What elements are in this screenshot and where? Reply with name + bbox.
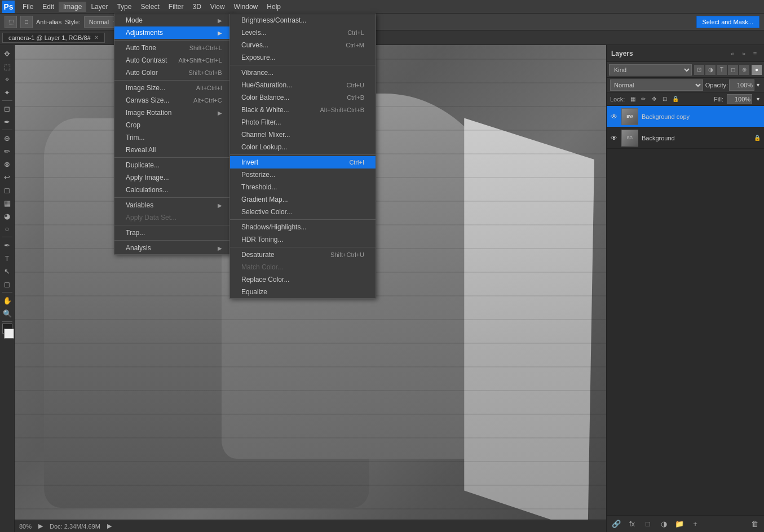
adj-threshold[interactable]: Threshold...	[230, 181, 376, 193]
layer-visibility-toggle[interactable]: 👁	[610, 113, 618, 121]
adj-black-white[interactable]: Black & White... Alt+Shift+Ctrl+B	[230, 104, 376, 116]
adj-posterize[interactable]: Posterize...	[230, 169, 376, 181]
adj-levels[interactable]: Levels... Ctrl+L	[230, 26, 376, 39]
menu-mode[interactable]: Mode ▶	[114, 14, 233, 26]
dodge-tool[interactable]: ○	[1, 223, 14, 235]
adj-desaturate[interactable]: Desaturate Shift+Ctrl+U	[230, 249, 376, 261]
menu-adjustments[interactable]: Adjustments ▶	[114, 26, 233, 39]
blur-tool[interactable]: ◕	[1, 210, 14, 222]
menu-file[interactable]: File	[18, 2, 38, 12]
opacity-arrow[interactable]: ▼	[756, 82, 761, 88]
filter-shape-icon[interactable]: ◻	[728, 65, 738, 75]
new-layer-button[interactable]: +	[689, 518, 701, 530]
menu-layer[interactable]: Layer	[86, 2, 112, 12]
menu-3d[interactable]: 3D	[188, 2, 205, 12]
filter-adj-icon[interactable]: ◑	[705, 65, 716, 75]
menu-variables[interactable]: Variables ▶	[114, 199, 233, 211]
lock-artboard-icon[interactable]: ⊡	[660, 95, 669, 104]
history-tool[interactable]: ↩	[1, 171, 14, 183]
path-select-tool[interactable]: ↖	[1, 265, 14, 277]
lock-image-icon[interactable]: ✏	[639, 95, 648, 104]
brush-tool[interactable]: ✏	[1, 145, 14, 157]
layer-visibility-toggle[interactable]: 👁	[610, 134, 618, 142]
nav-arrow[interactable]: ▶	[107, 522, 112, 530]
filter-toggle[interactable]: ●	[752, 65, 762, 75]
menu-apply-data-set[interactable]: Apply Data Set...	[114, 211, 233, 224]
wand-tool[interactable]: ✦	[1, 86, 14, 99]
eyedropper-tool[interactable]: ✒	[1, 116, 14, 128]
menu-image-size[interactable]: Image Size... Alt+Ctrl+I	[114, 82, 233, 94]
shape-tool[interactable]: ◻	[1, 278, 14, 290]
menu-auto-contrast[interactable]: Auto Contrast Alt+Shift+Ctrl+L	[114, 54, 233, 66]
menu-calculations[interactable]: Calculations...	[114, 184, 233, 196]
menu-image-rotation[interactable]: Image Rotation ▶	[114, 107, 233, 119]
background-color[interactable]	[4, 329, 14, 339]
menu-type[interactable]: Type	[112, 2, 136, 12]
panel-collapse-left[interactable]: «	[728, 49, 737, 58]
crop-tool[interactable]: ⊡	[1, 103, 14, 115]
fill-input[interactable]	[727, 94, 752, 104]
lock-position-icon[interactable]: ✥	[650, 95, 659, 104]
adj-equalize[interactable]: Equalize	[230, 286, 376, 298]
adj-hdr-toning[interactable]: HDR Toning...	[230, 233, 376, 246]
menu-edit[interactable]: Edit	[38, 2, 59, 12]
new-adjustment-button[interactable]: ◑	[657, 518, 670, 530]
menu-trap[interactable]: Trap...	[114, 227, 233, 239]
adj-color-balance[interactable]: Color Balance... Ctrl+B	[230, 91, 376, 104]
adj-gradient-map[interactable]: Gradient Map...	[230, 193, 376, 206]
select-mask-button[interactable]: Select and Mask...	[696, 16, 760, 28]
menu-duplicate[interactable]: Duplicate...	[114, 159, 233, 171]
adj-invert[interactable]: Invert Ctrl+I	[230, 156, 376, 169]
menu-view[interactable]: View	[206, 2, 229, 12]
lasso-tool[interactable]: ⌖	[1, 73, 14, 86]
delete-layer-button[interactable]: 🗑	[748, 518, 761, 530]
adj-brightness-contrast[interactable]: Brightness/Contrast...	[230, 14, 376, 26]
adj-replace-color[interactable]: Replace Color...	[230, 273, 376, 286]
move-tool[interactable]: ✥	[1, 47, 14, 60]
adj-curves[interactable]: Curves... Ctrl+M	[230, 39, 376, 51]
menu-help[interactable]: Help	[262, 2, 285, 12]
pen-tool[interactable]: ✒	[1, 239, 14, 251]
adj-selective-color[interactable]: Selective Color...	[230, 206, 376, 218]
menu-window[interactable]: Window	[229, 2, 263, 12]
lock-transparent-icon[interactable]: ▦	[628, 95, 637, 104]
menu-image[interactable]: Image	[59, 2, 86, 12]
adj-hue-saturation[interactable]: Hue/Saturation... Ctrl+U	[230, 79, 376, 91]
add-mask-button[interactable]: □	[642, 518, 654, 530]
gradient-tool[interactable]: ▦	[1, 197, 14, 209]
layer-filter-select[interactable]: Kind	[609, 64, 692, 76]
lock-all-icon[interactable]: 🔒	[671, 95, 680, 104]
eraser-tool[interactable]: ◻	[1, 184, 14, 196]
zoom-tool[interactable]: 🔍	[1, 307, 14, 320]
adj-exposure[interactable]: Exposure...	[230, 51, 376, 64]
marquee-tool[interactable]: ⬚	[1, 60, 14, 73]
document-tab[interactable]: camera-1 @ Layer 1, RGB/8# ✕	[2, 33, 105, 43]
layer-item[interactable]: 👁 BW Background copy	[607, 106, 764, 127]
opacity-input[interactable]	[729, 79, 754, 91]
menu-trim[interactable]: Trim...	[114, 131, 233, 144]
menu-canvas-size[interactable]: Canvas Size... Alt+Ctrl+C	[114, 94, 233, 107]
menu-analysis[interactable]: Analysis ▶	[114, 242, 233, 254]
clone-tool[interactable]: ⊗	[1, 158, 14, 170]
status-arrow[interactable]: ▶	[38, 522, 43, 530]
adj-photo-filter[interactable]: Photo Filter...	[230, 116, 376, 128]
link-layers-button[interactable]: 🔗	[610, 518, 622, 530]
healing-tool[interactable]: ⊕	[1, 132, 14, 144]
adj-color-lookup[interactable]: Color Lookup...	[230, 141, 376, 153]
filter-smart-icon[interactable]: ⊕	[739, 65, 749, 75]
adj-channel-mixer[interactable]: Channel Mixer...	[230, 128, 376, 141]
menu-select[interactable]: Select	[136, 2, 164, 12]
layer-effects-button[interactable]: fx	[626, 518, 638, 530]
panel-collapse-right[interactable]: »	[739, 49, 748, 58]
panel-menu[interactable]: ≡	[750, 49, 759, 58]
new-group-button[interactable]: 📁	[673, 518, 686, 530]
adj-shadows-highlights[interactable]: Shadows/Highlights...	[230, 221, 376, 233]
menu-filter[interactable]: Filter	[164, 2, 188, 12]
layer-item[interactable]: 👁 BG Background 🔒	[607, 127, 764, 149]
filter-pixel-icon[interactable]: ⊡	[694, 65, 704, 75]
fill-arrow[interactable]: ▼	[756, 96, 761, 102]
hand-tool[interactable]: ✋	[1, 294, 14, 307]
menu-auto-color[interactable]: Auto Color Shift+Ctrl+B	[114, 66, 233, 79]
blend-mode-select[interactable]: Normal	[610, 79, 703, 91]
menu-auto-tone[interactable]: Auto Tone Shift+Ctrl+L	[114, 42, 233, 54]
